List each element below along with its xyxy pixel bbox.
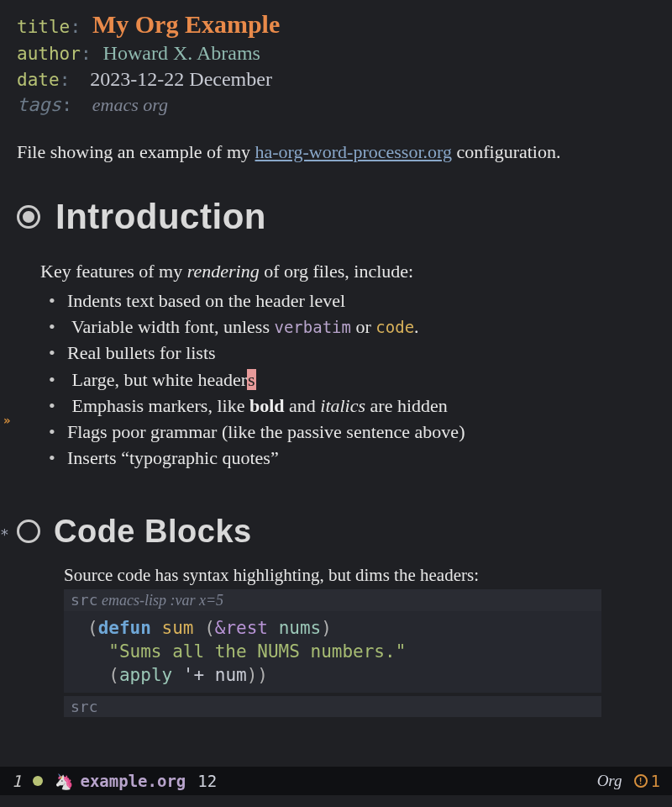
modeline-modified-dot-icon	[33, 776, 43, 786]
list-item: Real bullets for lists	[52, 340, 657, 366]
text-cursor: s	[247, 369, 256, 390]
list-item: Emphasis markers, like bold and italics …	[52, 393, 657, 419]
fm-key-author: author	[17, 44, 81, 64]
frontmatter-date: date: 2023-12-22 December	[17, 68, 657, 91]
fm-val-title: My Org Example	[86, 10, 280, 38]
src-block-begin: src emacs-lisp :var x=5	[64, 589, 601, 611]
fm-val-author: Howard X. Abrams	[97, 42, 260, 64]
fm-key-date: date	[17, 70, 60, 90]
modeline-line-number: 12	[197, 772, 217, 790]
list-item: Variable width font, unless verbatim or …	[52, 314, 657, 340]
config-link[interactable]: ha-org-word-processor.org	[255, 141, 452, 162]
frontmatter-tags: tags: emacs org	[17, 94, 657, 116]
fm-key-title: title	[17, 17, 70, 37]
src-block-end: src	[64, 696, 601, 717]
heading-bullet-hollow-icon	[17, 520, 40, 543]
frontmatter-title: title: My Org Example	[17, 10, 657, 39]
modeline-flycheck-warning[interactable]: ! 1	[634, 772, 660, 790]
list-item: Flags poor grammar (like the passive sen…	[52, 419, 657, 445]
codeblock-intro: Source code has syntax highlighting, but…	[64, 565, 657, 586]
heading-star-icon: *	[0, 525, 9, 543]
modeline-major-mode[interactable]: Org	[597, 772, 622, 790]
modeline-unicorn-icon: 🦄	[55, 773, 73, 790]
heading-text: Code Blocks	[54, 514, 252, 550]
fringe-indicator-icon: »	[3, 414, 10, 427]
src-block-body[interactable]: (defun sum (&rest nums) "Sums all the NU…	[64, 611, 601, 693]
modeline[interactable]: 1 🦄 example.org 12 Org ! 1	[0, 767, 672, 795]
editor-buffer[interactable]: title: My Org Example author: Howard X. …	[0, 0, 672, 807]
list-item: Indents text based on the header level	[52, 287, 657, 314]
warning-count: 1	[651, 772, 660, 790]
frontmatter-author: author: Howard X. Abrams	[17, 42, 657, 65]
heading-introduction[interactable]: Introduction	[17, 197, 657, 237]
warning-icon: !	[634, 774, 648, 788]
list-item: Inserts “typographic quotes”	[52, 445, 657, 471]
heading-code-blocks[interactable]: Code Blocks	[17, 514, 657, 550]
heading-text: Introduction	[55, 197, 266, 237]
heading-bullet-icon	[17, 205, 40, 229]
fm-val-tags: emacs org	[77, 94, 168, 115]
fm-key-tags: tags	[17, 94, 61, 115]
modeline-filename[interactable]: example.org	[80, 772, 186, 790]
fm-val-date: 2023-12-22 December	[75, 68, 272, 90]
features-list: Indents text based on the header level V…	[52, 287, 657, 472]
modeline-window-number: 1	[12, 772, 21, 790]
list-item: Large, but white headers	[52, 367, 657, 393]
features-lead: Key features of my rendering of org file…	[40, 261, 657, 282]
intro-paragraph: File showing an example of my ha-org-wor…	[17, 141, 657, 163]
